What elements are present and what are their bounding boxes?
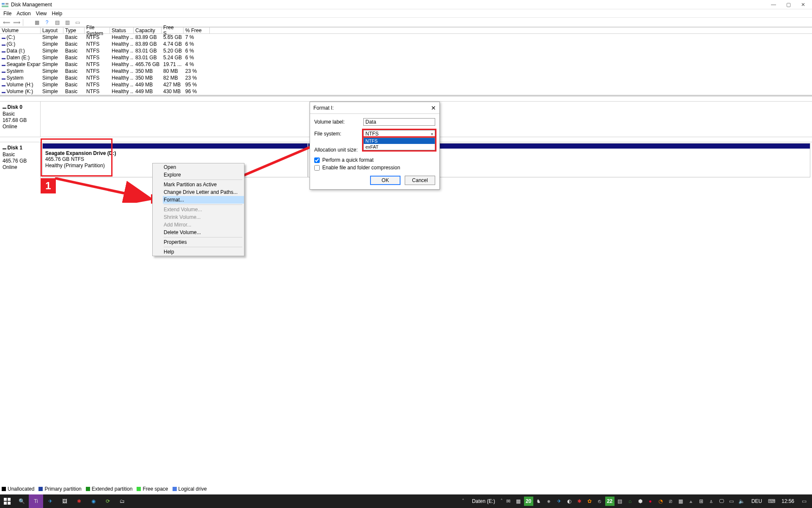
tray-volume-icon[interactable]: 🔈 xyxy=(737,497,746,506)
disk-0-type: Basic xyxy=(3,111,38,117)
taskbar: 🔍 Ti ✈ 🖼 ✱ ◉ ⟳ 🗂 ˄ Daten (E:) ˄ ✉ ▦ 20 ♞… xyxy=(0,494,812,508)
tray-app-2[interactable]: ♞ xyxy=(534,497,543,506)
taskbar-app-edge[interactable]: ◉ xyxy=(86,494,101,508)
filesystem-combo[interactable]: NTFS ▾ NTFS exFAT xyxy=(363,130,435,138)
volume-row[interactable]: Daten (E:)SimpleBasicNTFSHealthy ...83.0… xyxy=(0,54,812,61)
volume-row[interactable]: Data (I:)SimpleBasicNTFSHealthy ...83.01… xyxy=(0,47,812,54)
compression-checkbox[interactable] xyxy=(314,165,320,171)
svg-rect-0 xyxy=(2,3,5,5)
taskbar-app-1[interactable]: Ti xyxy=(29,494,43,508)
tray-clock[interactable]: 12:56 xyxy=(777,498,798,504)
grid-icon[interactable]: ▭ xyxy=(74,19,81,26)
tray-home-icon[interactable]: ⌂ xyxy=(625,497,635,506)
taskbar-app-6[interactable]: ⟳ xyxy=(101,494,115,508)
fs-option-exfat[interactable]: exFAT xyxy=(364,144,435,150)
volume-row[interactable]: SystemSimpleBasicNTFSHealthy ...350 MB80… xyxy=(0,68,812,75)
refresh-icon[interactable]: ▦ xyxy=(33,19,41,26)
start-button[interactable] xyxy=(0,494,14,508)
volume-cell-type: Basic xyxy=(63,48,85,54)
col-status[interactable]: Status xyxy=(110,28,134,33)
tray-expand-icon[interactable]: ˄ xyxy=(500,498,503,504)
tray-keyboard-icon[interactable]: ⌨ xyxy=(767,497,776,506)
volume-label-input[interactable] xyxy=(363,118,435,126)
tray-battery-icon[interactable]: ▭ xyxy=(727,497,736,506)
taskbar-app-telegram[interactable]: ✈ xyxy=(43,494,58,508)
cm-mark-active[interactable]: Mark Partition as Active xyxy=(153,181,244,188)
cancel-button[interactable]: Cancel xyxy=(405,176,435,185)
fs-option-ntfs[interactable]: NTFS xyxy=(364,138,435,144)
tray-app-7[interactable]: ⎋ xyxy=(595,497,604,506)
volume-row[interactable]: (G:)SimpleBasicNTFSHealthy ...83.89 GB4.… xyxy=(0,41,812,47)
forward-icon[interactable]: ⟹ xyxy=(13,19,20,26)
quick-format-checkbox[interactable] xyxy=(314,157,320,163)
cm-properties[interactable]: Properties xyxy=(153,238,244,246)
tray-app-12[interactable]: ⎚ xyxy=(666,497,675,506)
window-close-button[interactable]: ✕ xyxy=(801,2,805,8)
help-icon[interactable]: ? xyxy=(43,19,51,26)
menu-action[interactable]: Action xyxy=(16,11,30,17)
tray-app-9[interactable]: ⬢ xyxy=(636,497,645,506)
tray-app-8[interactable]: ▤ xyxy=(615,497,625,506)
cm-change-letter[interactable]: Change Drive Letter and Paths... xyxy=(153,188,244,196)
col-capacity[interactable]: Capacity xyxy=(134,28,162,33)
back-icon[interactable]: ⟸ xyxy=(3,19,10,26)
col-type[interactable]: Type xyxy=(63,28,85,33)
tray-mail-icon[interactable]: ✉ xyxy=(504,497,513,506)
ok-button[interactable]: OK xyxy=(370,176,401,185)
tray-app-16[interactable]: ⍋ xyxy=(707,497,716,506)
disk-1-state: Online xyxy=(3,164,38,171)
volume-cell-pfree: 6 % xyxy=(184,41,210,47)
tray-app-4[interactable]: ◐ xyxy=(565,497,574,506)
cm-explore[interactable]: Explore xyxy=(153,171,244,179)
tray-language[interactable]: DEU xyxy=(747,498,766,504)
volume-row[interactable]: SystemSimpleBasicNTFSHealthy ...350 MB82… xyxy=(0,75,812,81)
window-minimize-button[interactable]: — xyxy=(771,2,776,8)
tray-app-6[interactable]: ✿ xyxy=(585,497,594,506)
tray-notifications-icon[interactable]: ▭ xyxy=(799,497,809,506)
cm-delete[interactable]: Delete Volume... xyxy=(153,229,244,236)
taskbar-volume-label[interactable]: Daten (E:) xyxy=(468,498,499,504)
tray-app-13[interactable]: ▦ xyxy=(676,497,686,506)
dialog-close-button[interactable]: ✕ xyxy=(431,105,436,111)
taskbar-app-photos[interactable]: 🖼 xyxy=(58,494,72,508)
tray-app-10[interactable]: ● xyxy=(646,497,655,506)
tray-chevron-up-icon[interactable]: ˄ xyxy=(462,498,467,504)
tray-app-3[interactable]: ⎈ xyxy=(544,497,554,506)
tray-telegram-icon[interactable]: ✈ xyxy=(554,497,564,506)
tray-app-1[interactable]: ▦ xyxy=(514,497,523,506)
menu-view[interactable]: View xyxy=(36,11,47,17)
cm-open[interactable]: Open xyxy=(153,163,244,171)
volume-cell-pfree: 6 % xyxy=(184,55,210,61)
list-icon[interactable]: ▥ xyxy=(63,19,71,26)
volume-row[interactable]: (C:)SimpleBasicNTFSHealthy ...83.89 GB5.… xyxy=(0,34,812,41)
col-volume[interactable]: Volume xyxy=(0,28,41,33)
tray-display-icon[interactable]: 🖵 xyxy=(717,497,726,506)
volume-row[interactable]: Volume (K:)SimpleBasicNTFSHealthy ...449… xyxy=(0,88,812,95)
volume-row[interactable]: Seagate Expan..SimpleBasicNTFSHealthy ..… xyxy=(0,61,812,68)
volume-cell-pfree: 6 % xyxy=(184,48,210,54)
tray-app-11[interactable]: ◔ xyxy=(656,497,665,506)
tray-app-15[interactable]: ⊞ xyxy=(697,497,706,506)
tray-app-5[interactable]: ✱ xyxy=(575,497,584,506)
search-icon[interactable]: 🔍 xyxy=(14,494,29,508)
tray-app-14[interactable]: ⟁ xyxy=(686,497,696,506)
volume-row[interactable]: Volume (H:)SimpleBasicNTFSHealthy ...449… xyxy=(0,81,812,88)
cm-format[interactable]: Format... xyxy=(153,196,244,204)
volume-cell-type: Basic xyxy=(63,41,85,47)
col-percent-free[interactable]: % Free xyxy=(184,28,210,33)
menu-file[interactable]: File xyxy=(3,11,11,17)
cm-help[interactable]: Help xyxy=(153,248,244,256)
tray-badge-20[interactable]: 20 xyxy=(524,497,533,506)
volume-cell-fs: NTFS xyxy=(85,75,110,81)
volume-cell-layout: Simple xyxy=(41,41,63,47)
volume-cell-capacity: 350 MB xyxy=(134,75,162,81)
properties-icon[interactable]: ▤ xyxy=(53,19,61,26)
col-free[interactable]: Free S... xyxy=(162,28,184,33)
col-layout[interactable]: Layout xyxy=(41,28,63,33)
taskbar-app-4[interactable]: ✱ xyxy=(72,494,86,508)
taskbar-app-explorer[interactable]: 🗂 xyxy=(115,494,129,508)
tray-badge-22[interactable]: 22 xyxy=(605,497,614,506)
menu-help[interactable]: Help xyxy=(52,11,63,17)
col-filesystem[interactable]: File System xyxy=(85,28,110,33)
window-maximize-button[interactable]: ▢ xyxy=(786,2,791,8)
